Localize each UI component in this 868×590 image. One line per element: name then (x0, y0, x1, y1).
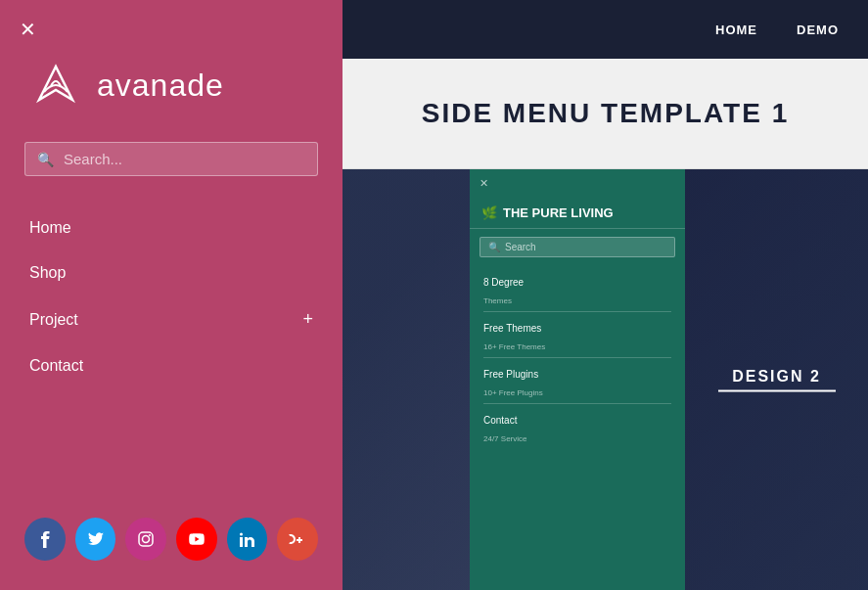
design2-nav-sub-2: 16+ Free Themes (470, 340, 685, 353)
divider2 (483, 357, 671, 358)
sidebar-logo: avanade (0, 0, 343, 132)
design2-nav-sub-3: 10+ Free Plugins (470, 386, 685, 399)
plus-icon: + (302, 309, 313, 330)
nav-item-home[interactable]: Home (0, 205, 343, 250)
design2-underline (718, 390, 836, 392)
nav-item-project[interactable]: Project + (0, 295, 343, 343)
youtube-button[interactable] (176, 518, 217, 561)
nav-demo[interactable]: DEMO (797, 23, 839, 37)
nav-item-contact[interactable]: Contact (0, 343, 343, 388)
demo-area: ✕ 🌿 THE PURE LIVING 🔍 Search 8 Degree Th… (343, 169, 868, 590)
search-icon: 🔍 (37, 152, 54, 167)
design2-thumb[interactable]: ✕ 🌿 THE PURE LIVING 🔍 Search 8 Degree Th… (470, 169, 868, 590)
svg-point-5 (240, 532, 243, 535)
svg-point-2 (149, 534, 151, 536)
instagram-button[interactable] (125, 518, 166, 561)
nav-home[interactable]: HOME (715, 23, 757, 37)
design2-logo: 🌿 THE PURE LIVING (470, 198, 685, 229)
nav-item-shop[interactable]: Shop (0, 250, 343, 295)
close-icon[interactable]: ✕ (20, 18, 36, 41)
design2-nav-item-1[interactable]: 8 Degree (470, 270, 685, 295)
top-nav: HOME DEMO (343, 0, 868, 59)
sidebar: ✕ avanade 🔍 Home Shop Project + Contact (0, 0, 343, 590)
design1-overlay (343, 169, 470, 590)
design2-close: ✕ (470, 169, 685, 198)
hero-section: SIDE MENU TEMPLATE 1 (343, 59, 868, 169)
design2-nav-item-4[interactable]: Contact (470, 408, 685, 432)
design2-label: DESIGN 2 (718, 368, 836, 392)
svg-rect-4 (240, 537, 243, 547)
svg-point-1 (143, 536, 150, 543)
search-input[interactable] (64, 151, 305, 167)
search-bar[interactable]: 🔍 (24, 142, 318, 176)
design2-nav-item-2[interactable]: Free Themes (470, 316, 685, 340)
design2-nav-item-3[interactable]: Free Plugins (470, 362, 685, 386)
design2-nav: 8 Degree Themes Free Themes 16+ Free The… (470, 265, 685, 450)
logo-text: avanade (97, 68, 224, 104)
design2-sidebar: ✕ 🌿 THE PURE LIVING 🔍 Search 8 Degree Th… (470, 169, 685, 590)
design1-thumb[interactable] (343, 169, 470, 590)
svg-rect-0 (139, 532, 153, 546)
page-title: SIDE MENU TEMPLATE 1 (422, 98, 790, 129)
design2-nav-sub-1: Themes (470, 295, 685, 307)
design2-right: DESIGN 2 (685, 169, 868, 590)
main-content: HOME DEMO SIDE MENU TEMPLATE 1 ✕ 🌿 THE P… (343, 0, 868, 590)
divider3 (483, 403, 671, 404)
social-links (0, 488, 343, 590)
googleplus-button[interactable] (277, 518, 318, 561)
design2-search[interactable]: 🔍 Search (480, 237, 675, 257)
divider1 (483, 311, 671, 312)
linkedin-button[interactable] (227, 518, 268, 561)
twitter-button[interactable] (75, 518, 116, 561)
design2-nav-sub-4: 24/7 Service (470, 432, 685, 445)
design2-search-text: Search (505, 242, 536, 252)
facebook-button[interactable] (24, 518, 66, 561)
nav-menu: Home Shop Project + Contact (0, 196, 343, 398)
logo-icon (29, 59, 83, 113)
